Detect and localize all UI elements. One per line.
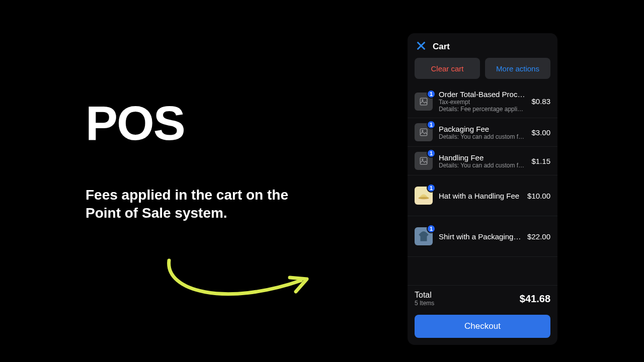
item-thumbnail: 1 (415, 227, 433, 245)
item-title: Hat with a Handling Fee (439, 192, 521, 200)
image-placeholder-icon (419, 128, 428, 137)
item-title: Packaging Fee (439, 125, 525, 133)
item-price: $10.00 (527, 192, 550, 200)
item-title: Order Total-Based Proces… (439, 90, 525, 99)
item-subtext: Details: Fee percentage applies… (439, 106, 525, 113)
item-count-label: 5 Items (415, 300, 434, 307)
item-text: Packaging Fee Details: You can add custo… (439, 125, 525, 140)
qty-badge: 1 (427, 120, 436, 129)
cart-header: Cart (408, 33, 557, 58)
total-label: Total (415, 291, 434, 300)
cart-rows: 1 Order Total-Based Proces… Tax-exempt D… (408, 85, 557, 285)
cart-row[interactable]: 1 Handling Fee Details: You can add cust… (408, 147, 557, 175)
cart-row[interactable]: 1 Packaging Fee Details: You can add cus… (408, 118, 557, 147)
svg-point-3 (422, 130, 423, 131)
total-amount: $41.68 (520, 293, 550, 305)
svg-point-5 (422, 159, 423, 160)
svg-point-6 (418, 197, 429, 199)
svg-point-1 (422, 99, 423, 100)
more-actions-button[interactable]: More actions (485, 58, 550, 79)
item-text: Order Total-Based Proces… Tax-exempt Det… (439, 90, 525, 113)
cart-title: Cart (433, 42, 450, 52)
item-subtext: Tax-exempt (439, 99, 525, 106)
item-title: Shirt with a Packaging Fee (439, 232, 521, 241)
page-subtitle: Fees applied in the cart on the Point of… (86, 186, 297, 223)
close-icon[interactable] (416, 40, 427, 53)
cart-row[interactable]: 1 Hat with a Handling Fee $10.00 (408, 175, 557, 216)
svg-rect-4 (420, 157, 427, 164)
item-price: $1.15 (531, 157, 550, 165)
item-title: Handling Fee (439, 153, 525, 162)
item-thumbnail: 1 (415, 123, 433, 141)
item-text: Hat with a Handling Fee (439, 192, 521, 200)
item-text: Shirt with a Packaging Fee (439, 232, 521, 241)
item-thumbnail: 1 (415, 187, 433, 205)
item-thumbnail: 1 (415, 152, 433, 170)
qty-badge: 1 (427, 184, 436, 193)
item-price: $22.00 (527, 232, 550, 241)
item-subtext: Details: You can add custom fee… (439, 162, 525, 169)
cart-actions: Clear cart More actions (408, 58, 557, 85)
image-placeholder-icon (419, 156, 428, 165)
page-title: POS (86, 96, 185, 151)
cart-row[interactable]: 1 Order Total-Based Proces… Tax-exempt D… (408, 85, 557, 118)
item-price: $3.00 (531, 128, 550, 137)
item-thumbnail: 1 (415, 93, 433, 111)
item-price: $0.83 (531, 97, 550, 106)
clear-cart-button[interactable]: Clear cart (415, 58, 480, 79)
qty-badge: 1 (427, 89, 436, 99)
qty-badge: 1 (427, 224, 436, 233)
qty-badge: 1 (427, 149, 436, 158)
arrow-icon (160, 251, 316, 312)
checkout-button[interactable]: Checkout (415, 315, 550, 338)
svg-rect-2 (420, 129, 427, 136)
svg-rect-0 (420, 98, 427, 105)
item-subtext: Details: You can add custom fe… (439, 133, 525, 140)
cart-row[interactable]: 1 Shirt with a Packaging Fee $22.00 (408, 216, 557, 257)
pos-cart-panel: Cart Clear cart More actions 1 Order Tot… (408, 33, 557, 345)
cart-totals: Total 5 Items $41.68 (408, 285, 557, 310)
item-text: Handling Fee Details: You can add custom… (439, 153, 525, 169)
image-placeholder-icon (419, 97, 428, 106)
